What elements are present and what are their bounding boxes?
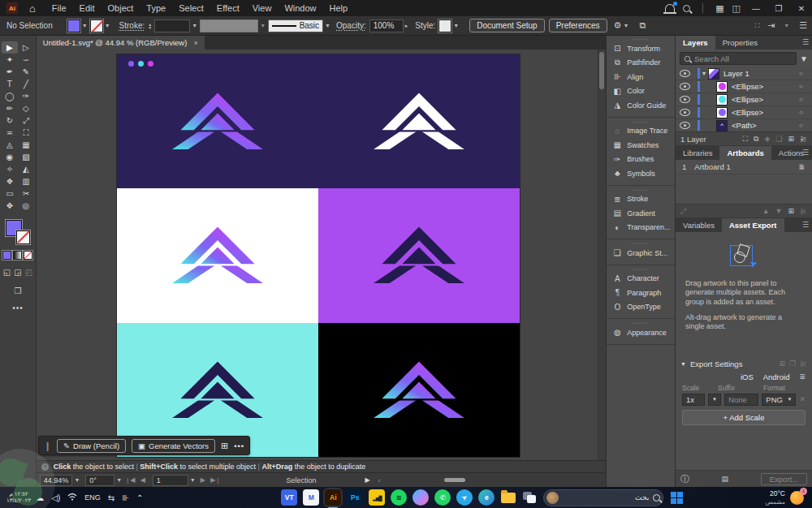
canvas[interactable]: ❙ ✎ Draw (Pencil) ▣ Generate Vectors ⊞ •… — [37, 50, 606, 460]
tab-libraries[interactable]: Libraries — [676, 146, 719, 160]
locate-object-icon[interactable]: ⧉ — [754, 135, 758, 144]
app-illustrator[interactable]: Ai — [325, 489, 341, 506]
opacity-expand-icon[interactable]: ▸ — [405, 23, 408, 29]
hand-tool[interactable]: ✥ — [2, 200, 18, 212]
dock-panel-symbols[interactable]: ♣Symbols — [607, 166, 675, 181]
layer-name[interactable]: Layer 1 — [723, 69, 799, 78]
workspace-grid-icon[interactable]: ▦ — [715, 3, 723, 14]
shape-builder-tool[interactable]: ◬ — [2, 139, 18, 151]
dock-panel-paragraph[interactable]: ¶Paragraph — [607, 286, 675, 300]
dots-grid-icon[interactable]: ∷ — [754, 20, 760, 31]
vertical-scrollbar[interactable] — [598, 50, 606, 460]
dock-panel-image-trace[interactable]: ◌Image Trace — [607, 124, 675, 139]
slice-tool[interactable]: ✂ — [18, 187, 34, 200]
stroke-weight-label[interactable]: Stroke: — [119, 21, 145, 30]
blend-tool[interactable]: ◭ — [18, 163, 34, 175]
app-powerbi[interactable]: ▂▅█ — [369, 489, 385, 506]
panel-arrange-icon[interactable]: ⇥ — [767, 20, 775, 31]
stroke-chevron-icon[interactable]: ▼ — [105, 23, 110, 28]
opacity-field[interactable]: 100% — [369, 19, 404, 32]
zoom-level-field[interactable]: 44.94% — [40, 475, 73, 486]
layer-name[interactable]: <Ellipse> — [732, 82, 799, 91]
preferences-button[interactable]: Preferences — [549, 19, 607, 32]
info-icon[interactable]: ⓘ — [680, 473, 689, 485]
next-artboard-icon[interactable]: ▶ ▶| — [201, 476, 221, 484]
tab-asset-export[interactable]: Asset Export — [722, 218, 784, 232]
collect-export-icon[interactable]: ⛶ — [743, 135, 748, 144]
fill-color-swatch[interactable] — [67, 19, 80, 32]
new-artboard-icon[interactable]: ⊞ — [788, 207, 794, 215]
artboard-grid[interactable] — [117, 54, 520, 457]
dock-panel-transform[interactable]: ⊡Transform — [607, 41, 675, 56]
draw-normal-mode-icon[interactable]: ◱ — [3, 266, 11, 278]
dock-panel-pathfinder[interactable]: ⧉Pathfinder — [607, 56, 675, 71]
layer-name[interactable]: <Path> — [732, 121, 799, 130]
menu-view[interactable]: View — [246, 2, 279, 15]
target-circle-icon[interactable]: ○ — [799, 83, 812, 90]
dock-panel-color-guide[interactable]: ◮Color Guide — [607, 98, 675, 113]
paintbrush-tool[interactable]: ✑ — [18, 90, 34, 102]
eyedropper-tool[interactable]: ✧ — [2, 163, 18, 175]
mesh-tool[interactable]: ◉ — [2, 151, 18, 163]
vertical-scroll-thumb[interactable] — [599, 52, 604, 89]
panel-menu-icon[interactable]: ☰ — [802, 221, 809, 229]
target-circle-icon[interactable]: ○ — [799, 109, 812, 116]
search-icon[interactable] — [683, 5, 690, 12]
menu-help[interactable]: Help — [323, 2, 355, 15]
tab-layers[interactable]: Layers — [676, 36, 715, 50]
document-tab[interactable]: Untitled-1.svg* @ 44.94 % (RGB/Preview) … — [37, 36, 205, 50]
direct-selection-tool[interactable]: ▷ — [18, 41, 34, 54]
visibility-eye-icon[interactable] — [680, 70, 690, 77]
visibility-eye-icon[interactable] — [680, 122, 690, 129]
arrow-logo[interactable] — [172, 226, 263, 286]
selection-tool[interactable]: ▶ — [2, 41, 18, 54]
quick-settings-icon[interactable]: ⇆ — [108, 493, 114, 502]
artboard-cell-4[interactable] — [318, 188, 520, 323]
dock-panel-gradient[interactable]: ▤Gradient — [607, 206, 675, 221]
target-circle-icon[interactable]: ○ — [799, 96, 812, 103]
lasso-tool[interactable]: ∽ — [18, 54, 34, 66]
dock-panel-transparen[interactable]: ◐Transparen... — [607, 221, 675, 235]
taskbar-grip[interactable]: ❙ — [44, 441, 51, 451]
rotation-chevron-icon[interactable]: ▼ — [116, 477, 122, 483]
export-settings-header[interactable]: ▼ Export Settings ⊞ ❐ 🝳 — [676, 357, 812, 370]
layer-row-2[interactable]: <Ellipse>○ — [676, 93, 812, 106]
onedrive-icon[interactable]: ☁ — [36, 493, 44, 502]
eraser-tool[interactable]: ◇ — [18, 102, 34, 114]
notifications-bell-icon[interactable] — [665, 4, 675, 12]
stroke-weight-chevron-icon[interactable]: ▼ — [192, 23, 197, 28]
app-photoshop[interactable]: Ps — [347, 489, 363, 506]
collapse-chevron-icon[interactable]: ▼ — [680, 361, 686, 367]
horizontal-scroll-thumb[interactable] — [444, 478, 465, 482]
stroke-stepper[interactable]: ▲▼ — [148, 23, 152, 29]
style-chevron-icon[interactable]: ▼ — [453, 23, 459, 28]
weather-widget[interactable]: 1 20°C مشمس — [765, 489, 804, 506]
selection-options-icon[interactable]: ⚙ — [614, 20, 622, 31]
magic-wand-tool[interactable]: ✦ — [2, 54, 18, 66]
wifi-icon[interactable] — [67, 493, 77, 502]
artboard-tool[interactable]: ▭ — [2, 187, 18, 200]
language-indicator[interactable]: ENG — [84, 493, 101, 502]
edit-toolbar-icon[interactable]: ••• — [0, 304, 36, 312]
stroke-color-swatch[interactable] — [90, 19, 103, 32]
menu-edit[interactable]: Edit — [73, 2, 102, 15]
volume-icon[interactable]: ◁) — [51, 493, 60, 502]
artboard-number-field[interactable]: 1 — [153, 475, 188, 486]
rearrange-artboards-icon[interactable]: ⤢ — [680, 207, 686, 216]
control-menu-icon[interactable]: ☰ — [799, 20, 807, 31]
fill-stroke-indicator[interactable] — [6, 220, 30, 244]
first-artboard-icon[interactable]: |◀ ◀ — [127, 476, 147, 484]
target-circle-icon[interactable]: ○ — [799, 70, 812, 77]
rotation-field[interactable]: 0° — [85, 475, 114, 486]
delete-layer-icon[interactable]: 🝳 — [800, 135, 807, 143]
scale-tool[interactable]: ⤢ — [18, 114, 34, 127]
artboard-cell-3[interactable] — [117, 188, 318, 323]
generate-vectors-button[interactable]: ▣ Generate Vectors — [132, 439, 215, 453]
style-swatch[interactable] — [438, 19, 451, 32]
asset-export-dropzone[interactable]: ➤ Drag artwork to this panel to generate… — [676, 232, 812, 357]
format-select[interactable]: PNG▼ — [762, 394, 796, 406]
ellipse-tool[interactable]: ◯ — [2, 90, 18, 102]
zoom-chevron-icon[interactable]: ▼ — [74, 477, 80, 483]
scale-value-field[interactable]: 1x — [682, 394, 705, 406]
tab-close-icon[interactable]: × — [193, 39, 197, 47]
